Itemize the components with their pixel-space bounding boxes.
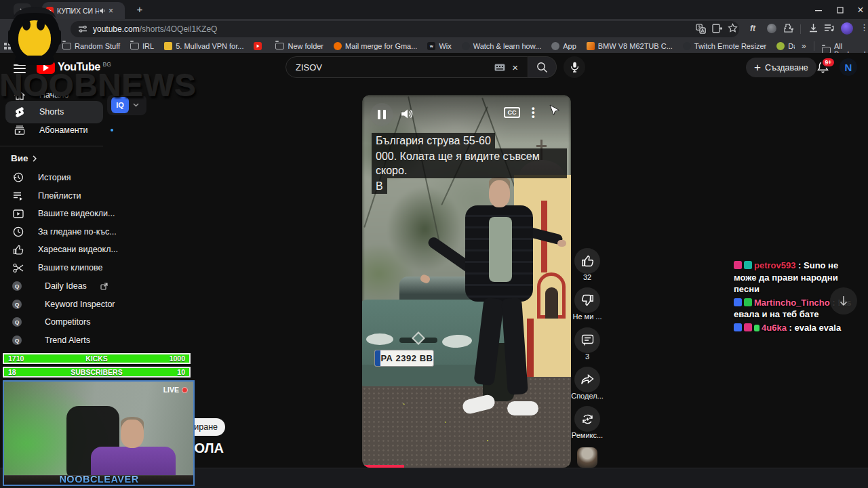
bookmark-item[interactable]: Dashboard | TTS.Mo... — [776, 42, 795, 50]
sidebar-you-section[interactable]: Вие — [11, 153, 37, 163]
arrow-down-icon — [839, 296, 848, 306]
bookmark-item[interactable]: 5. Mullvad VPN for... — [164, 42, 243, 50]
remix-icon — [581, 413, 594, 426]
sidebar-item-shorts[interactable]: Shorts — [14, 104, 64, 120]
man-shirt — [489, 217, 512, 282]
bookmark-item[interactable]: New folder — [275, 42, 323, 50]
goal-label: SUBSCRIBERS — [71, 368, 122, 376]
sidebar-item-daily-ideas[interactable]: Q Daily Ideas — [12, 278, 108, 294]
search-button[interactable] — [528, 56, 557, 78]
bookmark-star-icon[interactable] — [728, 23, 738, 33]
create-button[interactable]: + Създаване — [746, 58, 816, 77]
chat-badge-sprout-icon — [754, 325, 760, 331]
sidebar-item-history[interactable]: История — [12, 169, 71, 186]
chat-badge-gem-icon — [744, 298, 752, 306]
sidebar-item-keyword-inspector[interactable]: Q Keyword Inspector — [12, 296, 115, 312]
watch-learn-favicon — [462, 42, 470, 50]
dislike-button[interactable] — [574, 287, 600, 313]
sidebar-item-trend-alerts[interactable]: Q Trend Alerts — [12, 332, 90, 348]
chat-badge-pixel-icon — [744, 261, 752, 269]
streamer-head — [121, 420, 144, 448]
shorts-video-player[interactable]: РА 2392 ВВ CC ••• България струва 55-60 … — [362, 95, 571, 468]
chat-badge-axe-icon — [734, 298, 742, 306]
window-close-button[interactable]: × — [852, 5, 868, 15]
search-clear-icon[interactable]: × — [512, 62, 518, 73]
mascot-eye — [22, 19, 31, 30]
search-input[interactable]: ZISOV × — [285, 56, 528, 78]
streamer-name: NOOBCLEAVER — [4, 474, 194, 485]
pause-button[interactable] — [370, 103, 393, 126]
video-menu-icon[interactable]: ••• — [532, 106, 535, 119]
remix-button[interactable] — [574, 406, 600, 432]
comments-button[interactable] — [574, 327, 600, 353]
sidebar-item-subscriptions[interactable]: Абонаменти — [14, 122, 113, 138]
sidebar-item-your-clips[interactable]: Вашите клипове — [12, 260, 102, 276]
search-icon — [536, 62, 548, 73]
keyboard-icon[interactable] — [494, 64, 505, 71]
toolbar-divider — [800, 24, 801, 34]
bookmark-item[interactable]: Twitch Emote Resizer — [683, 42, 766, 50]
translate-icon[interactable] — [696, 24, 706, 34]
window-minimize-button[interactable] — [810, 5, 827, 15]
window-restore-button[interactable] — [831, 5, 849, 15]
bookmark-item[interactable]: Random Stuff — [62, 42, 120, 50]
address-bar[interactable]: youtube.com /shorts/4OQeil1KZeQ — [71, 21, 739, 37]
sidebar-item-competitors[interactable]: Q Competitors — [12, 314, 90, 330]
bookmarks-overflow-button[interactable]: » — [802, 41, 806, 51]
bookmark-item[interactable]: IRL — [130, 42, 154, 50]
channel-avatar[interactable] — [577, 447, 597, 468]
url-path: /shorts/4OQeil1KZeQ — [140, 24, 218, 34]
sidebar-item-your-videos[interactable]: Вашите видеокли... — [12, 205, 115, 222]
fonts-extension-icon[interactable]: ft — [750, 24, 755, 33]
bookmark-item[interactable]: BMW V8 M62TUB C... — [587, 42, 673, 50]
car-headlight — [366, 333, 393, 345]
chat-username: 4u6ka — [762, 323, 787, 333]
mullvad-favicon — [164, 42, 172, 50]
chat-scroll-down-button[interactable] — [830, 287, 857, 314]
downloads-icon[interactable] — [808, 23, 818, 33]
extensions-puzzle-icon[interactable] — [784, 24, 793, 33]
youtube-profile-avatar[interactable]: N — [840, 58, 857, 76]
vidiq-item-icon: Q — [12, 336, 22, 345]
browser-menu-icon[interactable]: ⋮ — [860, 22, 868, 33]
plate-eu-strip — [375, 350, 380, 366]
share-icon — [580, 374, 594, 386]
browser-profile-avatar[interactable] — [841, 22, 853, 35]
like-button[interactable] — [574, 248, 600, 274]
tab-title: КУПИХ СИ НОВА КО... — [57, 7, 99, 15]
tab-close-icon[interactable]: × — [108, 6, 113, 16]
chat-badge-gem-icon — [734, 261, 742, 269]
sidebar-item-playlists[interactable]: Плейлисти — [12, 188, 81, 204]
new-content-dot — [111, 129, 113, 131]
bookmark-item[interactable]: Mail merge for Gma... — [334, 42, 417, 50]
vidiq-item-icon: Q — [12, 300, 22, 309]
site-settings-icon[interactable] — [79, 25, 87, 33]
sidebar-item-liked-videos[interactable]: Харесани видеокл... — [12, 241, 118, 258]
gravel-ground — [362, 377, 571, 468]
volume-icon[interactable] — [400, 107, 414, 121]
bookmark-item[interactable] — [254, 42, 265, 50]
extension-icon[interactable] — [767, 24, 776, 33]
live-dot-icon — [182, 387, 188, 393]
folder-icon — [130, 43, 139, 49]
new-tab-button[interactable]: + — [133, 3, 146, 16]
bookmark-item[interactable]: App — [551, 42, 576, 50]
watch-later-icon — [12, 226, 24, 237]
chevron-right-icon — [33, 155, 37, 162]
share-button[interactable] — [574, 367, 600, 392]
bookmark-item[interactable]: Watch & learn how... — [462, 42, 541, 50]
goal-target: 1000 — [170, 354, 185, 363]
browser-tab-strip — [0, 0, 868, 19]
tab-audio-icon[interactable] — [99, 7, 106, 14]
bookmark-item[interactable]: wWix — [427, 42, 451, 50]
dashboard-favicon — [776, 42, 785, 50]
goal-target: 10 — [177, 368, 185, 376]
sidebar-item-watch-later[interactable]: За гледане по-къс... — [12, 224, 117, 240]
voice-search-button[interactable] — [564, 56, 585, 78]
search-value: ZISOV — [296, 62, 494, 73]
video-captions: България струва 55-60 000. Колата ще я в… — [372, 133, 567, 194]
bmw-favicon — [587, 42, 595, 50]
reading-list-icon[interactable] — [824, 24, 834, 33]
install-app-icon[interactable] — [712, 24, 722, 33]
captions-badge[interactable]: CC — [504, 107, 520, 118]
